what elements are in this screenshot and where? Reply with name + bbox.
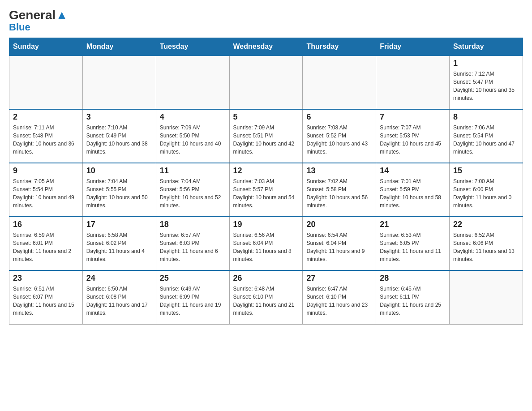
calendar-cell: 4Sunrise: 7:09 AMSunset: 5:50 PMDaylight… bbox=[156, 109, 229, 163]
calendar-cell bbox=[450, 270, 523, 324]
day-number: 1 bbox=[453, 59, 519, 68]
day-number: 6 bbox=[306, 112, 372, 122]
day-number: 8 bbox=[453, 112, 519, 122]
calendar-cell: 3Sunrise: 7:10 AMSunset: 5:49 PMDaylight… bbox=[82, 109, 156, 163]
day-header-thursday: Thursday bbox=[303, 38, 376, 56]
calendar-cell: 12Sunrise: 7:03 AMSunset: 5:57 PMDayligh… bbox=[229, 163, 303, 217]
logo-blue: Blue bbox=[9, 21, 30, 33]
day-info: Sunrise: 7:05 AMSunset: 5:54 PMDaylight:… bbox=[13, 177, 79, 210]
calendar-cell: 17Sunrise: 6:58 AMSunset: 6:02 PMDayligh… bbox=[82, 217, 156, 270]
calendar-cell: 20Sunrise: 6:54 AMSunset: 6:04 PMDayligh… bbox=[303, 217, 376, 270]
day-info: Sunrise: 7:09 AMSunset: 5:50 PMDaylight:… bbox=[160, 124, 226, 156]
calendar-cell: 2Sunrise: 7:11 AMSunset: 5:48 PMDaylight… bbox=[9, 109, 83, 163]
calendar-body: 1Sunrise: 7:12 AMSunset: 5:47 PMDaylight… bbox=[9, 56, 523, 324]
day-number: 24 bbox=[86, 274, 152, 283]
day-number: 26 bbox=[233, 274, 299, 283]
day-number: 3 bbox=[86, 112, 152, 122]
logo: General▲ Blue bbox=[9, 9, 68, 33]
day-number: 18 bbox=[160, 220, 226, 229]
calendar-cell: 11Sunrise: 7:04 AMSunset: 5:56 PMDayligh… bbox=[156, 163, 229, 217]
day-number: 21 bbox=[380, 220, 446, 229]
day-header-tuesday: Tuesday bbox=[156, 38, 229, 56]
day-info: Sunrise: 6:51 AMSunset: 6:07 PMDaylight:… bbox=[13, 285, 79, 317]
week-row-3: 16Sunrise: 6:59 AMSunset: 6:01 PMDayligh… bbox=[9, 217, 523, 270]
day-info: Sunrise: 7:01 AMSunset: 5:59 PMDaylight:… bbox=[380, 177, 446, 210]
calendar-cell: 23Sunrise: 6:51 AMSunset: 6:07 PMDayligh… bbox=[9, 270, 83, 324]
calendar-cell: 19Sunrise: 6:56 AMSunset: 6:04 PMDayligh… bbox=[229, 217, 303, 270]
calendar-cell bbox=[82, 56, 156, 109]
logo-general: General▲ bbox=[9, 9, 68, 21]
day-info: Sunrise: 7:08 AMSunset: 5:52 PMDaylight:… bbox=[306, 124, 372, 156]
day-info: Sunrise: 6:52 AMSunset: 6:06 PMDaylight:… bbox=[453, 231, 519, 263]
day-info: Sunrise: 6:45 AMSunset: 6:11 PMDaylight:… bbox=[380, 285, 446, 317]
day-header-sunday: Sunday bbox=[9, 38, 83, 56]
calendar-cell bbox=[376, 56, 450, 109]
day-number: 13 bbox=[306, 166, 372, 176]
day-number: 11 bbox=[160, 166, 226, 176]
calendar-cell: 25Sunrise: 6:49 AMSunset: 6:09 PMDayligh… bbox=[156, 270, 229, 324]
calendar-cell: 16Sunrise: 6:59 AMSunset: 6:01 PMDayligh… bbox=[9, 217, 83, 270]
calendar-cell: 15Sunrise: 7:00 AMSunset: 6:00 PMDayligh… bbox=[450, 163, 523, 217]
day-number: 9 bbox=[13, 166, 79, 176]
week-row-2: 9Sunrise: 7:05 AMSunset: 5:54 PMDaylight… bbox=[9, 163, 523, 217]
day-info: Sunrise: 6:59 AMSunset: 6:01 PMDaylight:… bbox=[13, 231, 79, 263]
header-row: SundayMondayTuesdayWednesdayThursdayFrid… bbox=[9, 38, 523, 56]
day-info: Sunrise: 7:09 AMSunset: 5:51 PMDaylight:… bbox=[233, 124, 299, 156]
day-info: Sunrise: 6:49 AMSunset: 6:09 PMDaylight:… bbox=[160, 285, 226, 317]
calendar-table: SundayMondayTuesdayWednesdayThursdayFrid… bbox=[9, 38, 523, 325]
calendar-cell: 24Sunrise: 6:50 AMSunset: 6:08 PMDayligh… bbox=[82, 270, 156, 324]
day-info: Sunrise: 7:06 AMSunset: 5:54 PMDaylight:… bbox=[453, 124, 519, 156]
day-info: Sunrise: 7:12 AMSunset: 5:47 PMDaylight:… bbox=[453, 70, 519, 102]
day-info: Sunrise: 7:02 AMSunset: 5:58 PMDaylight:… bbox=[306, 177, 372, 210]
calendar-cell: 5Sunrise: 7:09 AMSunset: 5:51 PMDaylight… bbox=[229, 109, 303, 163]
calendar-cell bbox=[9, 56, 83, 109]
calendar-cell bbox=[229, 56, 303, 109]
day-number: 25 bbox=[160, 274, 226, 283]
day-info: Sunrise: 6:56 AMSunset: 6:04 PMDaylight:… bbox=[233, 231, 299, 263]
calendar-cell: 8Sunrise: 7:06 AMSunset: 5:54 PMDaylight… bbox=[450, 109, 523, 163]
day-number: 20 bbox=[306, 220, 372, 229]
calendar-cell: 9Sunrise: 7:05 AMSunset: 5:54 PMDaylight… bbox=[9, 163, 83, 217]
calendar-cell: 26Sunrise: 6:48 AMSunset: 6:10 PMDayligh… bbox=[229, 270, 303, 324]
week-row-4: 23Sunrise: 6:51 AMSunset: 6:07 PMDayligh… bbox=[9, 270, 523, 324]
day-info: Sunrise: 7:07 AMSunset: 5:53 PMDaylight:… bbox=[380, 124, 446, 156]
calendar-cell: 10Sunrise: 7:04 AMSunset: 5:55 PMDayligh… bbox=[82, 163, 156, 217]
day-number: 16 bbox=[13, 220, 79, 229]
day-number: 27 bbox=[306, 274, 372, 283]
week-row-1: 2Sunrise: 7:11 AMSunset: 5:48 PMDaylight… bbox=[9, 109, 523, 163]
day-number: 5 bbox=[233, 112, 299, 122]
day-number: 14 bbox=[380, 166, 446, 176]
calendar-header: SundayMondayTuesdayWednesdayThursdayFrid… bbox=[9, 38, 523, 56]
day-info: Sunrise: 7:00 AMSunset: 6:00 PMDaylight:… bbox=[453, 177, 519, 210]
calendar-cell bbox=[303, 56, 376, 109]
day-info: Sunrise: 6:47 AMSunset: 6:10 PMDaylight:… bbox=[306, 285, 372, 317]
day-info: Sunrise: 7:11 AMSunset: 5:48 PMDaylight:… bbox=[13, 124, 79, 156]
day-info: Sunrise: 7:04 AMSunset: 5:56 PMDaylight:… bbox=[160, 177, 226, 210]
day-info: Sunrise: 6:54 AMSunset: 6:04 PMDaylight:… bbox=[306, 231, 372, 263]
calendar-cell bbox=[156, 56, 229, 109]
day-number: 7 bbox=[380, 112, 446, 122]
day-info: Sunrise: 7:04 AMSunset: 5:55 PMDaylight:… bbox=[86, 177, 152, 210]
day-number: 28 bbox=[380, 274, 446, 283]
calendar-cell: 13Sunrise: 7:02 AMSunset: 5:58 PMDayligh… bbox=[303, 163, 376, 217]
day-number: 17 bbox=[86, 220, 152, 229]
day-info: Sunrise: 6:57 AMSunset: 6:03 PMDaylight:… bbox=[160, 231, 226, 263]
day-number: 2 bbox=[13, 112, 79, 122]
calendar-cell: 14Sunrise: 7:01 AMSunset: 5:59 PMDayligh… bbox=[376, 163, 450, 217]
day-number: 22 bbox=[453, 220, 519, 229]
logo-triangle-icon: ▲ bbox=[56, 8, 68, 22]
day-info: Sunrise: 6:50 AMSunset: 6:08 PMDaylight:… bbox=[86, 285, 152, 317]
day-header-monday: Monday bbox=[82, 38, 156, 56]
calendar-cell: 7Sunrise: 7:07 AMSunset: 5:53 PMDaylight… bbox=[376, 109, 450, 163]
calendar-cell: 28Sunrise: 6:45 AMSunset: 6:11 PMDayligh… bbox=[376, 270, 450, 324]
day-info: Sunrise: 7:03 AMSunset: 5:57 PMDaylight:… bbox=[233, 177, 299, 210]
week-row-0: 1Sunrise: 7:12 AMSunset: 5:47 PMDaylight… bbox=[9, 56, 523, 109]
calendar-cell: 1Sunrise: 7:12 AMSunset: 5:47 PMDaylight… bbox=[450, 56, 523, 109]
calendar-cell: 18Sunrise: 6:57 AMSunset: 6:03 PMDayligh… bbox=[156, 217, 229, 270]
calendar-cell: 6Sunrise: 7:08 AMSunset: 5:52 PMDaylight… bbox=[303, 109, 376, 163]
calendar-cell: 27Sunrise: 6:47 AMSunset: 6:10 PMDayligh… bbox=[303, 270, 376, 324]
calendar-cell: 22Sunrise: 6:52 AMSunset: 6:06 PMDayligh… bbox=[450, 217, 523, 270]
day-header-friday: Friday bbox=[376, 38, 450, 56]
day-info: Sunrise: 6:48 AMSunset: 6:10 PMDaylight:… bbox=[233, 285, 299, 317]
day-number: 15 bbox=[453, 166, 519, 176]
